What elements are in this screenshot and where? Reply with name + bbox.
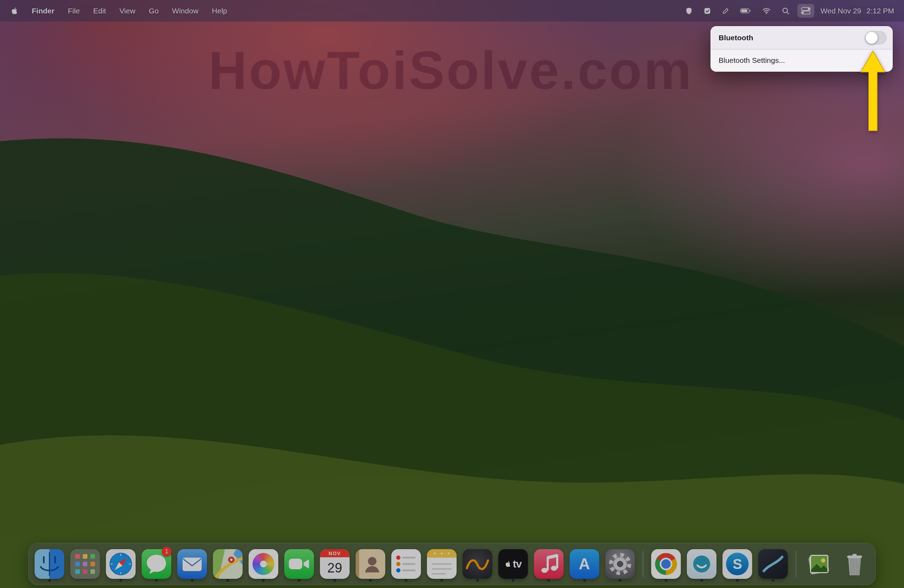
dock-item-mail[interactable] [177,546,207,582]
menu-item-view[interactable]: View [113,0,142,22]
menu-bar-clock[interactable]: Wed Nov 29 2:12 PM [819,7,896,15]
chrome-ball [655,553,677,575]
finder-icon [35,549,64,579]
unknown-app-icon-1 [687,549,716,579]
battery-icon[interactable] [737,5,755,16]
menu-item-file[interactable]: File [61,0,87,22]
app-store-a-glyph: A [579,555,590,573]
dock-item-calendar[interactable]: NOV29 [319,546,350,582]
menu-item-window[interactable]: Window [165,0,205,22]
dock-item-notes[interactable] [427,546,457,582]
dock-divider [796,551,796,577]
menu-bar: Finder File Edit View Go Window Help Wed… [0,0,904,22]
menu-item-help[interactable]: Help [205,0,234,22]
dock-item-chrome[interactable] [651,546,681,582]
calendar-icon: NOV29 [320,549,349,579]
bluetooth-toggle-row: Bluetooth [711,27,892,49]
watermark: HowToiSolve.com [209,40,693,101]
running-indicator-dot [334,579,336,582]
running-indicator-dot [298,579,300,582]
running-indicator-dot [700,579,703,582]
checkbox-icon[interactable] [700,5,714,17]
dock-item-contacts[interactable] [355,546,386,582]
bluetooth-toggle[interactable] [865,31,887,44]
photos-pinwheel-icon [248,549,278,579]
calendar-month: NOV [320,549,349,557]
photos-pinwheel [253,553,274,575]
music-note-icon [534,549,564,579]
dock-item-downloads[interactable] [804,546,834,582]
dock-item-music[interactable] [534,546,564,582]
running-indicator-dot [476,579,479,582]
bluetooth-toggle-knob [866,32,877,44]
apple-menu[interactable] [8,7,25,15]
shield-icon[interactable] [682,5,696,17]
running-indicator-dot [441,579,443,582]
dock-item-safari[interactable] [106,546,136,582]
clock-date: Wed Nov 29 [821,7,861,15]
dock-item-app1[interactable] [686,546,717,582]
dock-item-skype[interactable]: S [722,546,752,582]
running-indicator-dot [227,579,229,582]
spotlight-search-icon[interactable] [778,4,793,17]
running-indicator-dot [665,579,667,582]
reminders-checklist-icon [391,549,421,579]
menu-item-edit[interactable]: Edit [87,0,113,22]
launchpad-grid-icon [70,549,100,579]
dock-item-maps[interactable] [213,546,243,582]
running-indicator-dot [583,579,586,582]
running-indicator-dot [405,579,408,582]
menu-bar-status-area: Wed Nov 29 2:12 PM [682,4,896,17]
running-indicator-dot [120,579,122,582]
running-indicator-dot [262,579,265,582]
system-settings-gear-icon [605,549,635,579]
dock-item-app2[interactable] [758,546,788,582]
dock-item-reminders[interactable] [391,546,421,582]
chrome-icon [651,549,681,579]
dock-item-photos[interactable] [248,546,279,582]
maps-icon [213,549,243,579]
bluetooth-title: Bluetooth [719,33,753,42]
dock: 1NOV29tvAS [28,543,876,585]
menu-bar-left: Finder File Edit View Go Window Help [8,0,234,22]
skype-s-glyph: S [733,556,742,572]
apple-tv-icon: tv [498,549,528,579]
safari-compass-icon [106,549,136,579]
pointer-arrow-icon [859,50,887,131]
dock-item-launchpad[interactable] [70,546,100,582]
mail-envelope-icon [177,549,207,579]
wifi-icon[interactable] [759,4,774,17]
dock-item-appletv[interactable]: tv [498,546,528,582]
menu-item-go[interactable]: Go [142,0,165,22]
pencil-icon[interactable] [719,5,733,17]
dock-item-facetime[interactable] [284,546,314,582]
dock-item-finder[interactable] [34,546,65,582]
control-center-icon[interactable] [797,4,814,17]
dock-item-messages[interactable]: 1 [141,546,172,582]
status-icons [682,4,814,17]
dock-item-settings[interactable] [605,546,635,582]
running-indicator-dot [512,579,515,582]
running-indicator-dot [548,579,550,582]
apple-logo-icon [11,7,19,15]
dock-divider [643,551,643,577]
dock-item-appstore[interactable]: A [569,546,600,582]
notification-badge: 1 [162,547,172,556]
garageband-wave-icon [463,549,492,579]
running-indicator-dot [191,579,193,582]
running-indicator-dot [369,579,372,582]
calendar-day: 29 [320,557,349,579]
dock-item-trash[interactable] [839,546,870,582]
skype-icon: S [722,549,752,579]
facetime-camera-icon [284,549,314,579]
menu-item-finder[interactable]: Finder [25,0,61,22]
tv-glyph: tv [513,558,522,570]
apple-logo-icon [505,560,512,567]
dock-item-garageband[interactable] [462,546,493,582]
running-indicator-dot [772,579,774,582]
pointer-arrow-shape [861,51,885,131]
unknown-app-icon-2 [758,549,788,579]
downloads-stack-icon [804,549,834,579]
notes-icon [427,549,457,579]
running-indicator-dot [736,579,739,582]
